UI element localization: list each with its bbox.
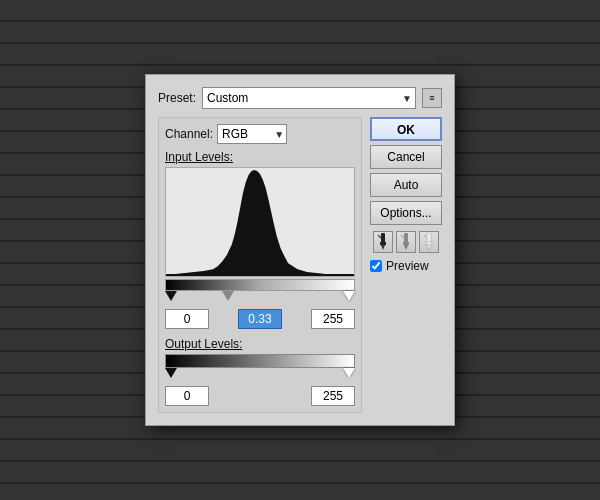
svg-rect-9 <box>427 233 431 243</box>
preview-checkbox[interactable] <box>370 260 382 272</box>
preset-row: Preset: Custom ▼ ≡ <box>158 87 442 109</box>
preview-label: Preview <box>386 259 429 273</box>
output-values-row <box>165 386 355 406</box>
preview-row: Preview <box>370 259 442 273</box>
shadow-input[interactable] <box>165 309 209 329</box>
levels-dialog: Preset: Custom ▼ ≡ Channel: RGB Red Gree… <box>145 74 455 426</box>
output-shadow-input[interactable] <box>165 386 209 406</box>
highlight-input[interactable] <box>311 309 355 329</box>
svg-rect-2 <box>380 242 386 245</box>
channel-label: Channel: <box>165 127 213 141</box>
svg-rect-6 <box>403 242 409 245</box>
white-eyedropper-icon <box>422 233 436 251</box>
preset-select-wrapper[interactable]: Custom ▼ <box>202 87 416 109</box>
midtone-input[interactable] <box>238 309 282 329</box>
svg-rect-5 <box>404 233 408 243</box>
white-eyedropper[interactable] <box>419 231 439 253</box>
black-eyedropper[interactable] <box>373 231 393 253</box>
input-slider-area <box>165 279 355 305</box>
channel-select-wrapper[interactable]: RGB Red Green Blue ▼ <box>217 124 287 144</box>
output-gradient <box>165 354 355 368</box>
midtone-handle[interactable] <box>222 291 234 301</box>
input-handles[interactable] <box>165 291 355 305</box>
black-eyedropper-icon <box>376 233 390 251</box>
gray-eyedropper-icon <box>399 233 413 251</box>
preset-menu-icon[interactable]: ≡ <box>422 88 442 108</box>
svg-line-8 <box>401 235 404 238</box>
svg-line-12 <box>424 235 427 238</box>
main-content: Channel: RGB Red Green Blue ▼ Input Leve… <box>158 117 442 413</box>
input-gradient-track <box>165 279 355 291</box>
ok-button[interactable]: OK <box>370 117 442 141</box>
highlight-handle[interactable] <box>343 291 355 301</box>
output-highlight-input[interactable] <box>311 386 355 406</box>
shadow-handle[interactable] <box>165 291 177 301</box>
svg-marker-7 <box>404 245 408 250</box>
auto-button[interactable]: Auto <box>370 173 442 197</box>
right-panel: OK Cancel Auto Options... <box>370 117 442 413</box>
svg-line-4 <box>378 235 381 238</box>
channel-select[interactable]: RGB Red Green Blue <box>217 124 287 144</box>
preset-label: Preset: <box>158 91 196 105</box>
output-highlight-handle[interactable] <box>343 368 355 378</box>
output-levels-label: Output Levels: <box>165 337 355 351</box>
output-shadow-handle[interactable] <box>165 368 177 378</box>
channel-row: Channel: RGB Red Green Blue ▼ <box>165 124 355 144</box>
input-levels-label: Input Levels: <box>165 150 355 164</box>
input-values-row <box>165 309 355 329</box>
svg-marker-11 <box>427 245 431 250</box>
options-button[interactable]: Options... <box>370 201 442 225</box>
svg-rect-10 <box>426 242 432 245</box>
left-panel: Channel: RGB Red Green Blue ▼ Input Leve… <box>158 117 362 413</box>
preset-select[interactable]: Custom <box>202 87 416 109</box>
svg-marker-3 <box>381 245 385 250</box>
preset-menu-symbol: ≡ <box>429 93 434 103</box>
output-handles[interactable] <box>165 368 355 382</box>
svg-rect-1 <box>381 233 385 243</box>
histogram-svg <box>166 168 354 276</box>
eyedropper-row <box>370 231 442 253</box>
gray-eyedropper[interactable] <box>396 231 416 253</box>
histogram-container <box>165 167 355 277</box>
cancel-button[interactable]: Cancel <box>370 145 442 169</box>
